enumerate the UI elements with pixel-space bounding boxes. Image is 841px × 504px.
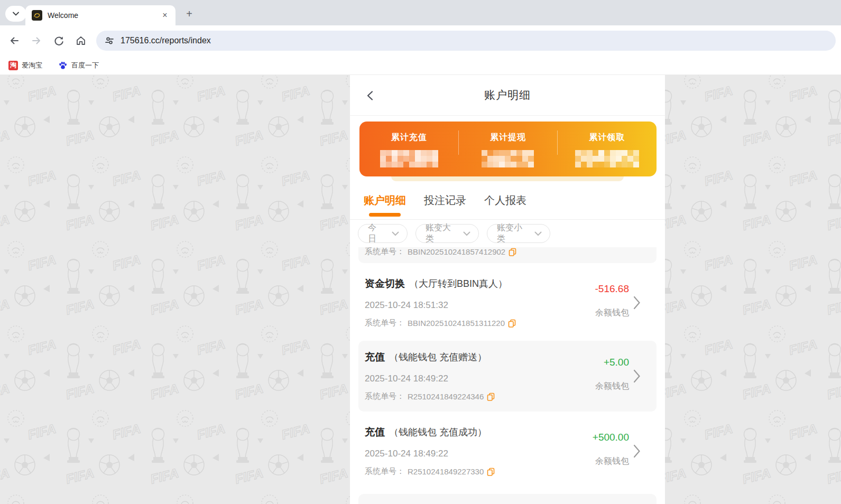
browser-toolbar: 175616.cc/reports/index bbox=[0, 25, 841, 56]
transaction-row[interactable]: 资金切换 （大厅转到BBIN真人） 2025-10-24 18:51:32 系统… bbox=[350, 263, 665, 341]
divider bbox=[458, 130, 459, 155]
home-icon bbox=[76, 35, 86, 46]
censored-value bbox=[380, 150, 438, 167]
chevron-down-icon bbox=[534, 231, 542, 236]
account-detail-panel: 账户明细 累计充值 累计提现 累计领取 账户明细 投注记录 个人报表 bbox=[350, 75, 665, 504]
copy-icon[interactable] bbox=[487, 468, 495, 476]
new-tab-button[interactable]: + bbox=[182, 6, 197, 21]
chevron-down-icon bbox=[392, 231, 399, 236]
filter-category-dropdown[interactable]: 账变大类 bbox=[415, 224, 479, 243]
forward-arrow-icon bbox=[31, 35, 42, 46]
transaction-type: 资金切换 bbox=[365, 277, 405, 291]
order-number: BBIN202510241851311220 bbox=[408, 319, 505, 328]
transaction-amount: -516.68 bbox=[595, 283, 629, 295]
bookmarks-bar: 淘 爱淘宝 百度一下 bbox=[0, 56, 841, 75]
transaction-row[interactable]: 充值 （钱能钱包 充值赠送） 2025-10-24 18:49:22 系统单号：… bbox=[358, 341, 657, 412]
order-number: R2510241849227330 bbox=[408, 467, 484, 476]
site-settings-tune-icon bbox=[105, 36, 114, 45]
reload-icon bbox=[53, 35, 64, 46]
transaction-amount: +5.00 bbox=[595, 357, 629, 368]
chevron-right-icon[interactable] bbox=[633, 296, 641, 310]
tab-strip: Welcome × + bbox=[0, 0, 841, 25]
wallet-label: 余额钱包 bbox=[595, 307, 629, 319]
chevron-right-icon[interactable] bbox=[633, 369, 641, 383]
chevron-right-icon[interactable] bbox=[633, 444, 641, 458]
censored-value bbox=[482, 150, 534, 167]
reload-button[interactable] bbox=[49, 31, 69, 51]
transaction-note: （钱能钱包 充值成功） bbox=[389, 426, 487, 438]
chevron-down-icon bbox=[13, 12, 19, 16]
forward-button[interactable] bbox=[26, 31, 47, 51]
stat-total-claimed: 累计领取 bbox=[558, 122, 657, 176]
stat-total-withdraw: 累计提现 bbox=[458, 122, 557, 176]
totals-card: 累计充值 累计提现 累计领取 bbox=[359, 122, 657, 176]
transaction-note: （钱能钱包 充值赠送） bbox=[389, 351, 487, 363]
filter-subcategory-dropdown[interactable]: 账变小类 bbox=[487, 224, 550, 243]
transaction-type: 充值 bbox=[365, 425, 385, 439]
transaction-order-line: 系统单号：R2510241849227330 bbox=[365, 466, 665, 477]
chevron-left-icon bbox=[365, 90, 376, 101]
bookmark-aitaobao[interactable]: 淘 爱淘宝 bbox=[8, 61, 42, 70]
url-text: 175616.cc/reports/index bbox=[121, 36, 211, 45]
copy-icon[interactable] bbox=[487, 393, 495, 401]
tab-close-button[interactable]: × bbox=[160, 10, 170, 21]
page-title: 账户明细 bbox=[484, 88, 531, 102]
address-bar[interactable]: 175616.cc/reports/index bbox=[96, 31, 836, 51]
browser-tab-welcome[interactable]: Welcome × bbox=[25, 5, 175, 25]
transaction-row-partial[interactable]: 系统单号：BBIN202510241857412902 bbox=[358, 247, 657, 263]
transaction-type: 充值 bbox=[365, 350, 385, 364]
transaction-row-next-peek[interactable] bbox=[358, 494, 657, 504]
page-background: FIFA FIFA 账户明细 累 bbox=[0, 75, 841, 504]
bookmark-baidu[interactable]: 百度一下 bbox=[58, 61, 99, 70]
transaction-amount: +500.00 bbox=[593, 432, 629, 443]
copy-icon[interactable] bbox=[508, 319, 516, 328]
section-tabs: 账户明细 投注记录 个人报表 bbox=[350, 181, 665, 220]
filter-bar: 今日 账变大类 账变小类 bbox=[350, 220, 665, 247]
tab-account-detail[interactable]: 账户明细 bbox=[364, 193, 406, 208]
filter-date-dropdown[interactable]: 今日 bbox=[358, 224, 408, 243]
transaction-row[interactable]: 充值 （钱能钱包 充值成功） 2025-10-24 18:49:22 系统单号：… bbox=[350, 412, 665, 492]
stat-total-deposit: 累计充值 bbox=[359, 122, 458, 176]
panel-header: 账户明细 bbox=[350, 75, 665, 116]
transaction-order-line: 系统单号：R2510241849224346 bbox=[365, 391, 657, 402]
back-arrow-icon bbox=[9, 35, 20, 46]
baidu-paw-icon bbox=[58, 61, 68, 70]
transaction-order-line: 系统单号：BBIN202510241851311220 bbox=[365, 318, 665, 328]
tab-title: Welcome bbox=[48, 11, 160, 20]
active-tab-underline bbox=[369, 213, 401, 217]
censored-value bbox=[575, 150, 639, 167]
home-button[interactable] bbox=[71, 31, 91, 51]
tab-personal-report[interactable]: 个人报表 bbox=[484, 193, 526, 208]
tab-search-button[interactable] bbox=[5, 6, 26, 22]
wallet-label: 余额钱包 bbox=[593, 456, 629, 467]
site-favicon bbox=[32, 10, 42, 21]
card-stack-strip bbox=[391, 176, 624, 181]
divider bbox=[557, 130, 558, 155]
taobao-icon: 淘 bbox=[8, 61, 18, 70]
copy-icon[interactable] bbox=[509, 248, 516, 256]
order-number: R2510241849224346 bbox=[408, 392, 484, 401]
wallet-label: 余额钱包 bbox=[595, 381, 629, 392]
tab-bet-records[interactable]: 投注记录 bbox=[424, 193, 466, 208]
chevron-down-icon bbox=[463, 231, 470, 236]
panel-back-button[interactable] bbox=[363, 88, 378, 104]
transaction-list: 系统单号：BBIN202510241857412902 资金切换 （大厅转到BB… bbox=[350, 247, 665, 504]
transaction-note: （大厅转到BBIN真人） bbox=[409, 277, 507, 290]
back-button[interactable] bbox=[4, 31, 24, 51]
